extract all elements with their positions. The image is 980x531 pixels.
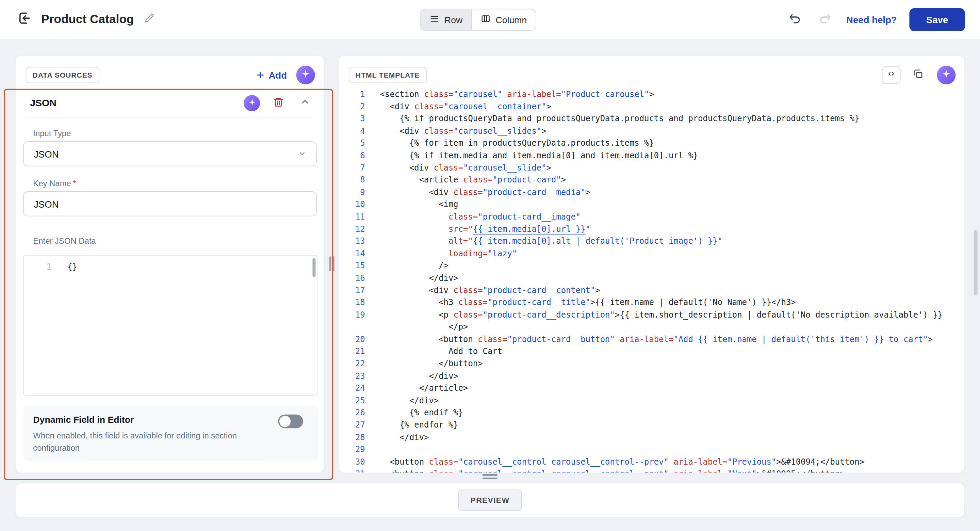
dynamic-field-title: Dynamic Field in Editor [33,415,308,424]
toggle-knob [279,416,291,427]
column-toggle-button[interactable]: Column [472,10,536,30]
code-lines: 1<section class="carousel" aria-label="P… [339,88,965,473]
row-layout-icon [430,14,439,26]
required-asterisk: * [73,179,76,188]
input-type-value: JSON [34,148,59,159]
ai-fill-json-button[interactable] [243,95,260,111]
json-data-editor[interactable]: 1 {} [23,255,318,395]
sparkle-icon [941,69,951,81]
undo-button[interactable] [786,11,804,28]
add-label: Add [269,70,287,80]
key-name-label: Key Name* [33,179,76,188]
divider [25,118,314,118]
json-source-header[interactable]: JSON [25,90,314,116]
chevron-down-icon [298,148,306,159]
edit-title-button[interactable] [142,11,158,27]
row-toggle-label: Row [444,14,463,24]
column-toggle-label: Column [496,14,527,24]
json-editor-line-number: 1 [24,262,51,273]
input-type-label: Input Type [33,129,71,138]
back-button[interactable] [15,10,34,29]
data-sources-badge: DATA SOURCES [25,67,99,83]
json-editor-line: 1 {} [24,262,318,273]
preview-resize-handle[interactable] [482,474,498,479]
ai-generate-datasource-button[interactable] [296,66,315,85]
need-help-link[interactable]: Need help? [846,14,897,25]
code-view-button[interactable] [882,66,901,84]
top-bar: Product Catalog Row Column [0,0,980,40]
plus-icon: + [256,68,264,81]
json-editor-content: {} [51,262,78,273]
save-button[interactable]: Save [909,8,965,31]
preview-button[interactable]: PREVIEW [458,490,522,510]
ai-generate-template-button[interactable] [937,66,956,85]
html-template-actions [882,66,956,85]
trash-icon [272,96,284,110]
data-sources-panel: DATA SOURCES + Add JSON [15,55,324,474]
undo-icon [788,11,802,28]
json-source-actions [243,94,314,112]
key-name-input[interactable] [23,191,317,216]
top-bar-actions: Need help? Save [786,0,965,40]
preview-bar: PREVIEW [15,483,965,518]
dynamic-field-box: Dynamic Field in Editor When enabled, th… [23,406,318,461]
pencil-icon [144,13,155,26]
delete-json-source-button[interactable] [269,94,287,112]
code-brackets-icon [886,69,896,81]
sparkle-icon [248,98,256,109]
html-template-badge: HTML TEMPLATE [349,67,427,83]
html-template-panel: HTML TEMPLATE [338,55,965,474]
code-editor[interactable]: 1<section class="carousel" aria-label="P… [339,87,965,472]
row-toggle-button[interactable]: Row [421,10,471,30]
copy-template-button[interactable] [909,66,927,84]
page-title: Product Catalog [41,13,134,26]
app-root: Product Catalog Row Column [0,0,980,531]
layout-toggle-group: Row Column [420,9,536,30]
json-data-label: Enter JSON Data [33,236,95,246]
html-template-header: HTML TEMPLATE [349,64,956,86]
back-icon [17,11,32,28]
dynamic-field-description: When enabled, this field is available fo… [33,430,256,455]
json-source-title: JSON [30,98,56,109]
redo-icon [818,11,832,28]
dynamic-field-toggle[interactable] [278,415,303,428]
json-editor-scrollbar[interactable] [312,258,315,277]
column-layout-icon [480,14,490,26]
add-data-source-button[interactable]: + Add [256,69,287,81]
copy-icon [913,68,924,82]
collapse-json-source-button[interactable] [296,94,314,112]
input-type-select[interactable]: JSON [23,141,317,166]
page-scrollbar[interactable] [974,230,978,295]
data-sources-header: DATA SOURCES + Add [25,64,315,86]
panel-resize-handle[interactable] [329,256,334,271]
sparkle-icon [301,69,310,81]
redo-button[interactable] [816,11,834,28]
chevron-up-icon [300,97,310,110]
